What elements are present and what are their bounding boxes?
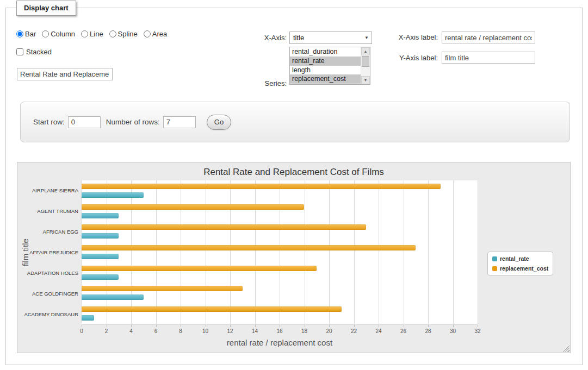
bar-replacement_cost [82, 184, 441, 189]
bar-group-airplane-sierra [82, 180, 478, 201]
bars-layer [82, 180, 478, 324]
chart-type-radio-column[interactable] [42, 30, 49, 37]
category-label: ACE GOLDFINGER [17, 283, 78, 304]
chart-type-option-bar[interactable]: Bar [16, 30, 36, 38]
series-listbox-scrollbar[interactable]: ▲ ▼ [361, 47, 370, 84]
chart-type-option-area[interactable]: Area [144, 30, 167, 38]
bar-rental_rate [82, 254, 119, 259]
chart-title-input[interactable] [17, 68, 113, 80]
tick-mark [131, 325, 132, 327]
panel-title: Display chart [16, 1, 76, 16]
tick-mark [82, 325, 82, 327]
tick-mark [404, 325, 404, 327]
x-axis-selected-value: title [293, 34, 304, 42]
resize-handle-icon[interactable] [562, 345, 570, 352]
tick-mark [206, 325, 206, 327]
chart-title: Rental Rate and Replacement Cost of Film… [17, 167, 570, 178]
number-of-rows-input[interactable] [163, 116, 196, 128]
series-option-replacement_cost[interactable]: replacement_cost [290, 74, 361, 84]
tick-mark [156, 325, 157, 327]
chart-type-radio-area[interactable] [144, 30, 151, 37]
tick-mark [280, 325, 280, 327]
category-axis-labels: AIRPLANE SIERRAAGENT TRUMANAFRICAN EGGAF… [17, 180, 78, 324]
start-row-input[interactable] [68, 116, 101, 128]
y-axis-label-input[interactable] [442, 52, 535, 64]
gridline [478, 180, 478, 324]
chart-type-label: Bar [25, 30, 36, 38]
x-tick-label: 16 [276, 328, 282, 334]
tick-mark [305, 325, 305, 327]
bar-rental_rate [82, 315, 94, 321]
legend-item-rental_rate[interactable]: rental_rate [492, 255, 548, 262]
tick-mark [428, 325, 429, 327]
stacked-checkbox[interactable] [16, 48, 23, 55]
stacked-label: Stacked [26, 48, 52, 56]
series-listbox-options: rental_durationrental_ratelengthreplacem… [290, 47, 361, 84]
chart-type-label: Area [152, 30, 167, 38]
bar-group-african-egg [82, 221, 478, 242]
x-axis-select[interactable]: title ▼ [289, 32, 372, 44]
x-axis-tick-marks [82, 325, 478, 327]
category-label: AGENT TRUMAN [17, 201, 78, 222]
chart-type-option-column[interactable]: Column [42, 30, 75, 38]
tick-mark [107, 325, 107, 327]
series-option-length[interactable]: length [290, 66, 361, 75]
series-option-rental_rate[interactable]: rental_rate [290, 57, 361, 66]
x-axis-label-field-label: X-Axis label: [387, 33, 438, 41]
bar-rental_rate [82, 192, 144, 198]
x-tick-label: 12 [227, 328, 233, 334]
bar-rental_rate [82, 294, 144, 300]
bar-replacement_cost [82, 245, 416, 250]
x-tick-label: 30 [450, 328, 456, 334]
x-tick-label: 22 [351, 328, 357, 334]
x-axis-title: rental rate / replacement cost [82, 338, 478, 347]
scrollbar-thumb[interactable] [362, 56, 369, 67]
bar-replacement_cost [82, 286, 243, 291]
category-label: ACADEMY DINOSAUR [17, 304, 78, 324]
x-axis-tick-labels: 02468101214161820222426283032 [82, 328, 478, 335]
scroll-up-icon[interactable]: ▲ [361, 47, 370, 55]
tick-mark [478, 325, 478, 327]
chart-type-label: Spline [118, 30, 138, 38]
chevron-down-icon: ▼ [364, 35, 369, 40]
legend-swatch-icon [492, 256, 497, 261]
category-label: ADAPTATION HOLES [17, 262, 78, 283]
x-tick-label: 8 [179, 328, 182, 334]
go-button[interactable]: Go [207, 115, 231, 130]
chart-type-radio-bar[interactable] [16, 30, 23, 37]
category-label: AIRPLANE SIERRA [17, 180, 78, 201]
chart-type-radios: BarColumnLineSplineArea [16, 30, 167, 38]
legend-item-replacement_cost[interactable]: replacement_cost [492, 265, 548, 272]
bar-replacement_cost [82, 266, 317, 271]
legend-label: replacement_cost [500, 265, 548, 272]
stacked-checkbox-row[interactable]: Stacked [16, 48, 52, 56]
series-option-rental_duration[interactable]: rental_duration [290, 47, 361, 57]
x-tick-label: 24 [375, 328, 381, 334]
chart-type-radio-spline[interactable] [109, 30, 116, 37]
bar-group-ace-goldfinger [82, 283, 478, 304]
tick-mark [379, 325, 379, 327]
bar-rental_rate [82, 213, 119, 218]
chart-type-option-line[interactable]: Line [81, 30, 103, 38]
tick-mark [329, 325, 330, 327]
chart-type-radio-line[interactable] [81, 30, 88, 37]
bar-rental_rate [82, 274, 119, 280]
bar-group-adaptation-holes [82, 262, 478, 283]
bar-replacement_cost [82, 204, 304, 210]
bar-group-agent-truman [82, 201, 478, 222]
chart-type-option-spline[interactable]: Spline [109, 30, 138, 38]
series-listbox[interactable]: rental_durationrental_ratelengthreplacem… [289, 47, 370, 85]
x-axis-label-input[interactable] [442, 32, 535, 43]
category-label: AFFAIR PREJUDICE [17, 242, 78, 263]
x-tick-label: 2 [105, 328, 108, 334]
tick-mark [230, 325, 231, 327]
series-field-label: Series: [237, 79, 287, 87]
tick-mark [354, 325, 355, 327]
tick-mark [453, 325, 454, 327]
plot-area [82, 180, 478, 324]
x-tick-label: 28 [425, 328, 431, 334]
scroll-down-icon[interactable]: ▼ [361, 76, 370, 84]
bar-replacement_cost [82, 306, 342, 312]
x-tick-label: 6 [154, 328, 158, 334]
bar-group-academy-dinosaur [82, 303, 478, 324]
